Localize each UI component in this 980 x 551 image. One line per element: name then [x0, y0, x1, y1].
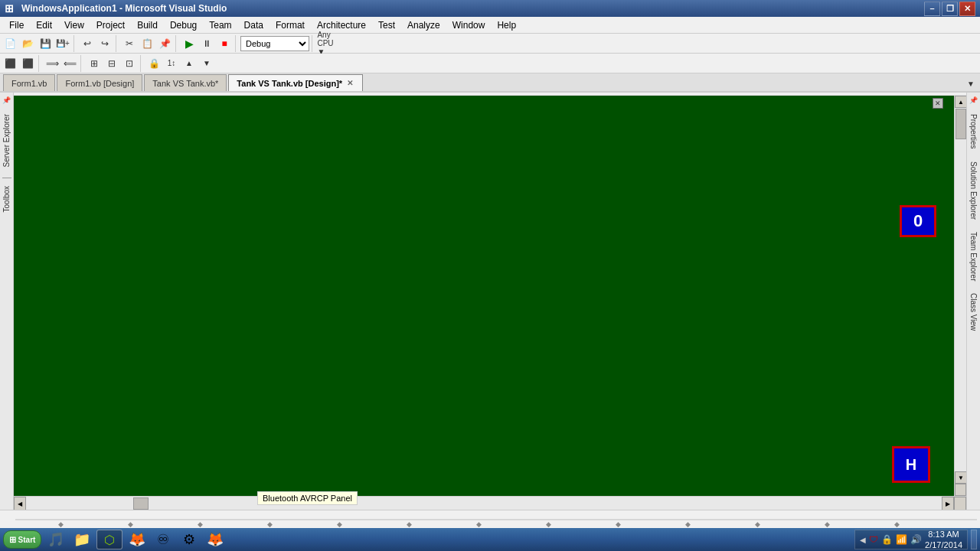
- system-clock[interactable]: 8:13 AM 2/17/2014: [925, 529, 962, 551]
- quick-launch-explorer[interactable]: 📁: [70, 530, 93, 549]
- scroll-left-btn[interactable]: ◀: [14, 497, 26, 510]
- save-btn[interactable]: 💾: [37, 35, 54, 52]
- svg-text:◆: ◆: [267, 520, 273, 527]
- svg-text:◆: ◆: [755, 520, 760, 527]
- open-btn[interactable]: 📂: [19, 35, 36, 52]
- menu-build[interactable]: Build: [131, 17, 164, 33]
- sidebar-pin-btn[interactable]: 📌: [1, 94, 13, 106]
- ruler-ticks: /* tick marks */ ◆ ◆ ◆ ◆ ◆ ◆ ◆ ◆ ◆ ◆ ◆ ◆…: [15, 510, 977, 528]
- start-button[interactable]: ⊞ Start: [3, 530, 41, 549]
- outdent-btn[interactable]: ⟸: [61, 55, 78, 72]
- close-button[interactable]: ✕: [959, 2, 975, 16]
- properties-label[interactable]: Properties: [969, 109, 978, 154]
- menu-format[interactable]: Format: [270, 17, 311, 33]
- start-orb-icon: ⊞: [9, 535, 16, 545]
- window-controls: – ❐ ✕: [924, 2, 975, 16]
- menu-help[interactable]: Help: [491, 17, 522, 33]
- taskbar-firefox2[interactable]: 🦊: [204, 530, 227, 549]
- tab-form1-design[interactable]: Form1.vb [Design]: [57, 74, 142, 91]
- scroll-up-btn[interactable]: ▲: [955, 96, 966, 108]
- redo-btn[interactable]: ↪: [96, 35, 113, 52]
- center-horiz-btn[interactable]: ⊟: [103, 55, 120, 72]
- menu-debug[interactable]: Debug: [164, 17, 203, 33]
- label2-control[interactable]: H: [892, 446, 930, 483]
- scroll-tabs-btn[interactable]: ▼: [965, 76, 977, 91]
- scroll-down-btn[interactable]: ▼: [955, 471, 966, 484]
- menu-window[interactable]: Window: [446, 17, 492, 33]
- menu-bar: File Edit View Project Build Debug Team …: [0, 17, 980, 34]
- svg-text:◆: ◆: [198, 520, 203, 527]
- taskbar-settings[interactable]: ⚙: [178, 530, 201, 549]
- menu-project[interactable]: Project: [90, 17, 131, 33]
- tab-tank-code[interactable]: Tank VS Tank.vb*: [144, 74, 227, 91]
- tab-form1-vb[interactable]: Form1.vb: [3, 74, 55, 91]
- menu-data[interactable]: Data: [238, 17, 270, 33]
- scroll-track-h[interactable]: [26, 497, 942, 510]
- scroll-right-btn[interactable]: ▶: [942, 497, 954, 510]
- align-left-btn[interactable]: ⬛: [2, 55, 18, 72]
- paste-btn[interactable]: 📌: [156, 35, 173, 52]
- svg-text:◆: ◆: [58, 520, 64, 527]
- menu-file[interactable]: File: [3, 17, 30, 33]
- taskbar-firefox[interactable]: 🦊: [126, 530, 149, 549]
- debug-config-dropdown[interactable]: Debug Release: [240, 36, 309, 51]
- tray-antivirus-icon[interactable]: 🔒: [881, 534, 893, 545]
- indent-btn[interactable]: ⟹: [44, 55, 60, 72]
- solution-explorer-label[interactable]: Solution Explorer: [969, 157, 978, 224]
- tab-label: Form1.vb: [11, 79, 47, 88]
- save-all-btn[interactable]: 💾+: [54, 35, 71, 52]
- tray-network-icon[interactable]: 📶: [896, 534, 907, 545]
- new-project-btn[interactable]: 📄: [2, 35, 18, 52]
- label1-control[interactable]: 0: [900, 205, 936, 237]
- tab-tank-design[interactable]: Tank VS Tank.vb [Design]* ✕: [228, 74, 363, 91]
- right-sidebar-pin-btn[interactable]: 📌: [968, 94, 980, 106]
- menu-test[interactable]: Test: [372, 17, 401, 33]
- server-explorer-label[interactable]: Server Explorer: [2, 111, 11, 170]
- menu-edit[interactable]: Edit: [30, 17, 58, 33]
- toolbar-format: ⬛ ⬛ ⟹ ⟸ ⊞ ⊟ ⊡ 🔒 1↕ ▲ ▼: [0, 54, 980, 73]
- make-same-size-btn[interactable]: ⊞: [86, 55, 103, 72]
- scroll-thumb-h[interactable]: [133, 497, 149, 510]
- scroll-track-v[interactable]: [955, 108, 966, 471]
- show-hidden-icons-btn[interactable]: ◀: [860, 536, 866, 544]
- scroll-thumb-v[interactable]: [956, 109, 966, 139]
- center-vert-btn[interactable]: ⊡: [121, 55, 138, 72]
- design-canvas: ✕ 0 H: [14, 96, 954, 496]
- svg-text:◆: ◆: [616, 520, 621, 527]
- minimize-button[interactable]: –: [924, 2, 940, 16]
- class-view-label[interactable]: Class View: [969, 289, 978, 335]
- lock-btn[interactable]: 🔒: [145, 55, 162, 72]
- copy-btn[interactable]: 📋: [139, 35, 155, 52]
- solution-platforms-btn[interactable]: Any CPU ▼: [317, 35, 334, 52]
- form-close-control[interactable]: ✕: [933, 98, 943, 109]
- horizontal-scrollbar: ◀ ▶: [14, 496, 966, 510]
- stop-btn[interactable]: ■: [216, 35, 233, 52]
- quick-launch-itunes[interactable]: 🎵: [44, 530, 67, 549]
- menu-analyze[interactable]: Analyze: [401, 17, 446, 33]
- send-back-btn[interactable]: ▼: [198, 55, 215, 72]
- tray-malware-icon[interactable]: 🛡: [869, 534, 878, 545]
- system-tray: ◀ 🛡 🔒 📶 🔊 8:13 AM 2/17/2014: [854, 530, 968, 549]
- toolbox-label[interactable]: Toolbox: [2, 183, 11, 215]
- tab-bar: Form1.vb Form1.vb [Design] Tank VS Tank.…: [0, 73, 980, 93]
- svg-text:◆: ◆: [546, 520, 551, 527]
- tab-order-btn[interactable]: 1↕: [163, 55, 180, 72]
- align-right-btn[interactable]: ⬛: [19, 55, 36, 72]
- taskbar-vs[interactable]: ⬡: [96, 530, 122, 549]
- tab-label: Tank VS Tank.vb [Design]*: [237, 79, 342, 88]
- pause-btn[interactable]: ⏸: [198, 35, 215, 52]
- window-title: WindowsApplication1 - Microsoft Visual S…: [21, 3, 924, 14]
- tray-volume-icon[interactable]: 🔊: [910, 534, 922, 545]
- taskbar-infinity[interactable]: ♾: [152, 530, 175, 549]
- restore-button[interactable]: ❐: [942, 2, 958, 16]
- tooltip: Bluetooth AVRCP Panel: [257, 491, 358, 505]
- tab-close-btn[interactable]: ✕: [345, 79, 354, 88]
- start-btn[interactable]: ▶: [181, 35, 198, 52]
- undo-btn[interactable]: ↩: [79, 35, 96, 52]
- menu-view[interactable]: View: [58, 17, 90, 33]
- team-explorer-label[interactable]: Team Explorer: [969, 227, 978, 285]
- cut-btn[interactable]: ✂: [121, 35, 138, 52]
- bring-front-btn[interactable]: ▲: [181, 55, 198, 72]
- menu-team[interactable]: Team: [203, 17, 237, 33]
- show-desktop-btn[interactable]: [971, 530, 977, 549]
